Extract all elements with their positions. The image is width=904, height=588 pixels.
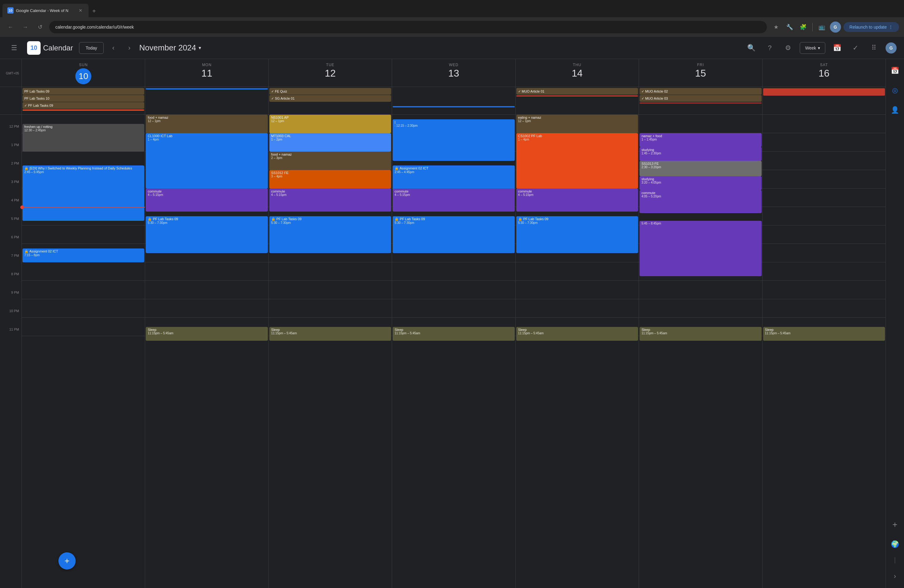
event-food-mon[interactable]: food + namaz 12 – 1pm [146, 115, 267, 133]
day-header-fri: FRI 15 [638, 59, 762, 87]
sidebar-divider [895, 557, 895, 563]
address-input[interactable]: calendar.google.com/calendar/u/0/r/week [49, 21, 767, 33]
calendar-app: ☰ 10 Calendar Today ‹ › November 2024 ▾ … [0, 37, 904, 588]
extensions-button[interactable]: 🧩 [798, 22, 809, 33]
day-header-tue: TUE 12 [269, 59, 392, 87]
allday-bar [146, 88, 267, 90]
sidebar-circle-icon[interactable]: ◎ [888, 84, 902, 97]
allday-event[interactable]: ✓ MUO Article 01 [516, 88, 638, 95]
extension-icon[interactable]: 🔧 [784, 22, 795, 33]
events-col-fri: namaz + food 1 – 1:45pm studying 1:45 – … [638, 115, 762, 588]
allday-tue: ✓ FE Quiz ✓ SG Article 01 [269, 87, 392, 114]
calendar-view-icon[interactable]: 📅 [830, 41, 844, 55]
view-dropdown-icon: ▾ [818, 46, 820, 51]
apps-icon[interactable]: ⠿ [867, 41, 880, 55]
event-sleep-mon[interactable]: Sleep 11:15pm – 5:45am [146, 327, 267, 341]
sidebar-calendar-icon[interactable]: 📅 [888, 64, 902, 77]
relaunch-button[interactable]: Relaunch to update ⋮ [844, 22, 899, 32]
events-col-mon: food + namaz 12 – 1pm CL1000 ICT Lab 1 –… [145, 115, 268, 588]
event-pflab-tue[interactable]: 🔒 PF Lab Tasks 09 5:30 – 7:30pm [269, 216, 391, 253]
event-eating-thu[interactable]: eating + namaz 12 – 1pm [516, 115, 638, 133]
event-studying2-fri[interactable]: studying 3:20 – 4:05pm [640, 176, 761, 190]
next-month-button[interactable]: › [123, 42, 136, 54]
event-edi-sun[interactable]: 🔒 [EDI] Why I Switched to Weekly Plannin… [22, 166, 144, 221]
month-title[interactable]: November 2024 ▾ [139, 43, 201, 52]
event-commute-fri[interactable]: commute 4:05 – 5:20pm [640, 190, 761, 213]
calendar-body: GMT+05 SUN 10 MON 11 TUE 12 WED 13 [0, 59, 904, 588]
settings-button[interactable]: ⚙ [781, 41, 795, 55]
menu-button[interactable]: ☰ [7, 41, 21, 55]
event-ss1012-tue[interactable]: SS1012 FE 3 – 4pm [269, 170, 391, 188]
event-pflab-mon[interactable]: 🔒 PF Lab Tasks 09 5:30 – 7:30pm [146, 216, 267, 253]
day-header-mon: MON 11 [145, 59, 268, 87]
view-selector[interactable]: Week ▾ [800, 42, 825, 54]
tab-close-button[interactable]: ✕ [77, 7, 84, 14]
events-col-sat: Sleep 11:15pm – 5:45am [762, 115, 885, 588]
event-assignment-sun[interactable]: 🔒 Assignment 02 ICT 7:15 – 8pm [22, 248, 144, 262]
event-food-tue[interactable]: food + namaz 2 – 3pm [269, 152, 391, 170]
allday-row: PF Lab Tasks 09 PF Lab Tasks 10 ✓ PF Lab… [0, 87, 885, 115]
relaunch-menu-icon: ⋮ [889, 25, 893, 30]
event-pflab-thu[interactable]: 🔒 PF Lab Tasks 09 5:30 – 7:30pm [516, 216, 638, 253]
tasks-icon[interactable]: ✓ [849, 41, 862, 55]
add-event-button[interactable]: + [58, 552, 76, 569]
event-sleep-tue[interactable]: Sleep 11:15pm – 5:45am [269, 327, 391, 341]
event-sleep-sat[interactable]: Sleep 11:15pm – 5:45am [763, 327, 885, 341]
allday-event[interactable]: ✓ FE Quiz [269, 88, 391, 95]
event-sleep-fri[interactable]: Sleep 11:15pm – 5:45am [640, 327, 761, 341]
today-button[interactable]: Today [79, 42, 103, 54]
event-ict-lab-mon[interactable]: CL1000 ICT Lab 1 – 4pm [146, 133, 267, 188]
event-commute-tue[interactable]: commute 4 – 5:15pm [269, 188, 391, 212]
event-mt1003-tue[interactable]: MT1003 CAL 1 – 2pm [269, 133, 391, 152]
event-commute-thu[interactable]: commute 4 – 5:15pm [516, 188, 638, 212]
event-freshen-sun[interactable]: freshen up / rotting 12:30 – 2:45pm [22, 124, 144, 152]
event-purple-fri[interactable]: 5:45 – 8:45pm [640, 221, 761, 276]
allday-event[interactable] [763, 88, 885, 96]
event-pflab-wed[interactable]: 🔒 PF Lab Tasks 09 5:30 – 7:30pm [393, 216, 514, 253]
event-ns1001-tue[interactable]: NS1001 AP 12 – 1pm [269, 115, 391, 133]
sidebar-chevron-icon[interactable]: › [888, 569, 902, 583]
cast-icon[interactable]: 📺 [816, 22, 827, 33]
current-time-line [22, 207, 145, 207]
day-header-wed: WED 13 [392, 59, 515, 87]
event-studying1-fri[interactable]: studying 1:45 – 2:30pm [640, 147, 761, 161]
back-button[interactable]: ← [5, 22, 16, 33]
event-commute-wed[interactable]: commute 4 – 5:15pm [393, 188, 514, 212]
user-avatar[interactable]: G [885, 43, 897, 54]
logo-icon: 10 [27, 41, 41, 55]
tab-title: Google Calendar - Week of N [16, 8, 75, 13]
new-tab-button[interactable]: + [90, 5, 98, 17]
events-col-sun: freshen up / rotting 12:30 – 2:45pm 🔒 [E… [22, 115, 145, 588]
events-col-thu: eating + namaz 12 – 1pm CS1002 PF Lab 1 … [515, 115, 638, 588]
sidebar-add-icon[interactable]: + [888, 518, 902, 531]
allday-bar [22, 109, 144, 111]
event-namaz-fri[interactable]: namaz + food 1 – 1:45pm [640, 133, 761, 147]
event-pflab-thu[interactable]: CS1002 PF Lab 1 – 4pm [516, 133, 638, 188]
event-commute-mon[interactable]: commute 4 – 5:15pm [146, 188, 267, 212]
allday-event[interactable]: PF Lab Tasks 10 [22, 95, 144, 102]
dropdown-arrow-icon: ▾ [199, 45, 201, 51]
add-event-area: + [58, 552, 76, 569]
prev-month-button[interactable]: ‹ [107, 42, 120, 54]
allday-event[interactable]: ✓ MUO Article 03 [640, 95, 761, 102]
sidebar-earth-icon[interactable]: 🌍 [888, 537, 902, 551]
help-button[interactable]: ? [763, 41, 776, 55]
active-tab[interactable]: 10 Google Calendar - Week of N ✕ [2, 4, 89, 17]
allday-event[interactable]: ✓ SG Article 01 [269, 95, 391, 102]
star-icon[interactable]: ★ [771, 22, 782, 33]
allday-event[interactable]: ✓ MUO Article 02 [640, 88, 761, 95]
event-sleep-thu[interactable]: Sleep 11:15pm – 5:45am [516, 327, 638, 341]
event-ss1013-fri[interactable]: SS1013 FE 2:30 – 3:20pm [640, 161, 761, 176]
separator [812, 23, 813, 32]
search-button[interactable]: 🔍 [744, 41, 758, 55]
calendar-main: GMT+05 SUN 10 MON 11 TUE 12 WED 13 [0, 59, 885, 588]
forward-button[interactable]: → [20, 22, 31, 33]
event-wed-blue[interactable]: | : 12:15 – 2:30pm [393, 119, 514, 161]
time-grid: 12 PM 1 PM 2 PM 3 PM 4 PM 5 PM 6 PM 7 PM… [0, 115, 885, 588]
allday-event[interactable]: ✓ PF Lab Tasks 09 [22, 102, 144, 109]
event-sleep-wed[interactable]: Sleep 11:15pm – 5:45am [393, 327, 514, 341]
sidebar-person-icon[interactable]: 👤 [888, 103, 902, 117]
reload-button[interactable]: ↺ [35, 22, 46, 33]
profile-avatar[interactable]: G [830, 22, 841, 33]
allday-event[interactable]: PF Lab Tasks 09 [22, 88, 144, 95]
